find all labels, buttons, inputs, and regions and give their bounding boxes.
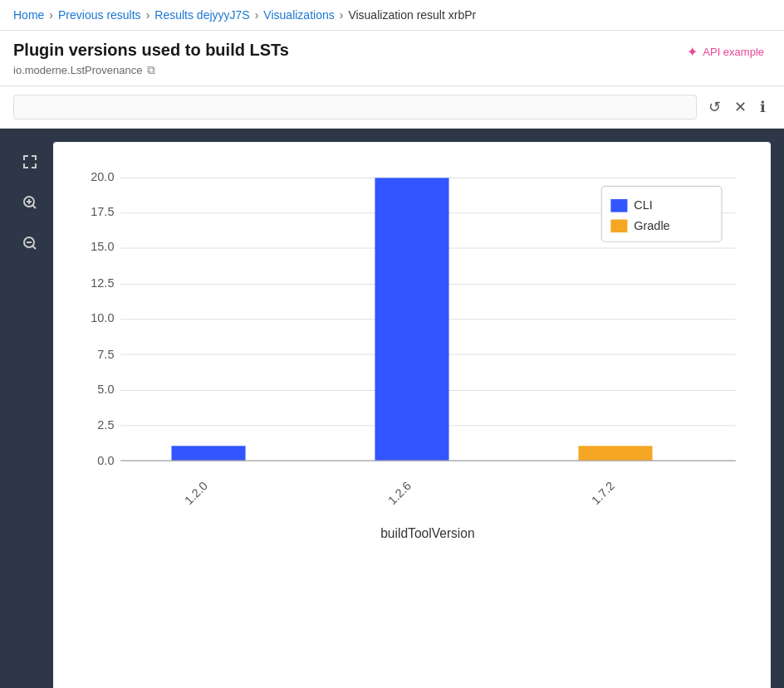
bar-1.7.2-gradle <box>578 446 652 461</box>
breadcrumb-current: Visualization result xrbPr <box>348 8 476 22</box>
legend-cli-label: CLI <box>634 198 653 212</box>
filter-actions: ↺ ✕ ℹ <box>703 95 771 120</box>
y-label-0: 0.0 <box>97 454 114 467</box>
y-label-25: 2.5 <box>97 418 114 432</box>
svg-rect-1 <box>23 155 25 160</box>
bar-chart-svg: 20.0 17.5 15.0 12.5 10.0 7.5 5.0 2.5 0.0 <box>70 159 754 688</box>
breadcrumb-visualizations[interactable]: Visualizations <box>263 8 334 22</box>
page-header-left: Plugin versions used to build LSTs io.mo… <box>13 41 289 77</box>
info-button[interactable]: ℹ <box>755 95 771 120</box>
y-label-75: 7.5 <box>97 348 114 361</box>
page-title: Plugin versions used to build LSTs <box>13 41 289 60</box>
filter-input[interactable] <box>13 95 697 120</box>
bar-1.2.6-cli <box>375 178 448 461</box>
x-label-1.7.2: 1.7.2 <box>589 479 617 507</box>
breadcrumb-results[interactable]: Results dejyyyJ7S <box>154 8 249 22</box>
zoom-out-button[interactable] <box>17 230 43 261</box>
bar-1.2.0-cli <box>171 446 245 461</box>
legend-cli-color <box>610 199 627 212</box>
x-label-1.2.0: 1.2.0 <box>182 479 210 507</box>
svg-rect-7 <box>35 163 37 168</box>
y-label-10: 10.0 <box>91 311 114 324</box>
y-label-5: 5.0 <box>97 383 114 396</box>
breadcrumb: Home › Previous results › Results dejyyy… <box>0 0 784 31</box>
svg-rect-3 <box>35 155 37 160</box>
svg-line-11 <box>33 206 37 209</box>
y-label-15: 15.0 <box>91 240 114 253</box>
breadcrumb-sep-4: › <box>340 8 344 22</box>
zoom-out-icon <box>22 235 38 251</box>
copy-icon[interactable]: ⧉ <box>147 63 155 77</box>
page-header: Plugin versions used to build LSTs io.mo… <box>0 31 784 86</box>
chart-wrapper: 20.0 17.5 15.0 12.5 10.0 7.5 5.0 2.5 0.0 <box>53 142 771 688</box>
api-example-button[interactable]: ✦ API example <box>680 41 771 63</box>
breadcrumb-previous-results[interactable]: Previous results <box>58 8 141 22</box>
legend-box <box>601 186 722 242</box>
chart-sidebar <box>13 142 47 688</box>
api-icon: ✦ <box>687 44 698 60</box>
y-label-125: 12.5 <box>91 276 114 290</box>
breadcrumb-home[interactable]: Home <box>13 8 44 22</box>
breadcrumb-sep-2: › <box>146 8 150 22</box>
y-label-20: 20.0 <box>91 170 114 183</box>
svg-rect-5 <box>23 163 25 168</box>
breadcrumb-sep-3: › <box>255 8 259 22</box>
zoom-in-icon <box>22 194 38 211</box>
api-example-label: API example <box>703 46 764 58</box>
y-label-175: 17.5 <box>91 205 114 218</box>
fullscreen-button[interactable] <box>17 149 43 179</box>
subtitle-text: io.moderne.LstProvenance <box>13 64 142 76</box>
legend-gradle-color <box>610 219 627 232</box>
page-subtitle: io.moderne.LstProvenance ⧉ <box>13 63 289 77</box>
fullscreen-icon <box>22 154 38 170</box>
x-label-1.2.6: 1.2.6 <box>385 479 414 507</box>
chart-container: 20.0 17.5 15.0 12.5 10.0 7.5 5.0 2.5 0.0 <box>0 129 784 688</box>
zoom-in-button[interactable] <box>17 189 43 220</box>
x-axis-title: buildToolVersion <box>380 526 474 540</box>
refresh-button[interactable]: ↺ <box>703 95 726 120</box>
filter-bar: ↺ ✕ ℹ <box>0 86 784 129</box>
breadcrumb-sep-1: › <box>49 8 53 22</box>
legend-gradle-label: Gradle <box>634 219 669 232</box>
svg-line-14 <box>33 246 37 250</box>
clear-button[interactable]: ✕ <box>729 95 752 120</box>
